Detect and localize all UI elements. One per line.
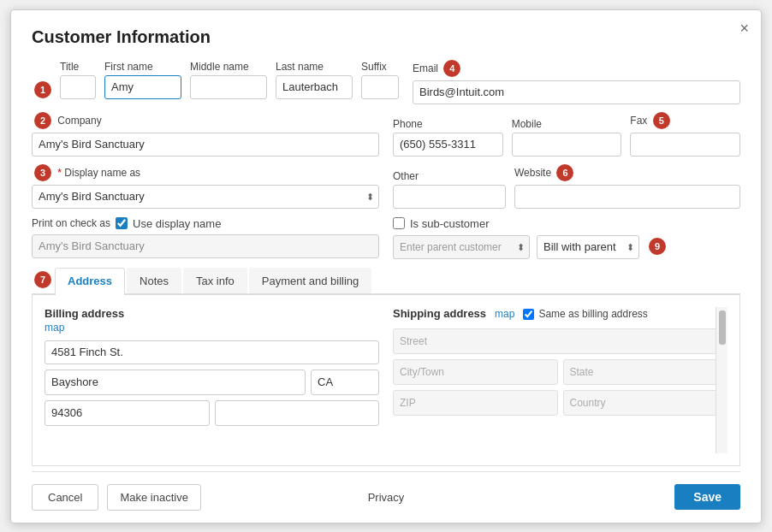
bill-with-parent-wrapper: Bill with parent	[537, 235, 639, 259]
same-as-billing-checkbox[interactable]	[523, 309, 534, 320]
label-middlename: Middle name	[190, 61, 267, 73]
privacy-link[interactable]: Privacy	[368, 491, 405, 504]
shipping-inputs: Street City/Town State ZIP Country	[393, 328, 727, 416]
label-firstname: First name	[104, 61, 181, 73]
tab-content-address: Billing address map Shipping address map	[32, 295, 740, 466]
modal-title: Customer Information	[32, 27, 740, 47]
tab-content-scrollbar[interactable]	[716, 307, 727, 453]
make-inactive-button[interactable]: Make inactive	[107, 484, 200, 511]
billing-city-input[interactable]	[45, 369, 306, 395]
billing-map-link[interactable]: map	[45, 322, 379, 334]
same-as-billing-checkbox-row: Same as billing address	[523, 308, 647, 320]
label-fax: Fax 5	[630, 113, 740, 130]
label-email: Email 4	[413, 61, 740, 78]
shipping-city-state-row: City/Town State	[393, 359, 727, 385]
sub-customer-checkbox[interactable]	[393, 217, 405, 229]
label-suffix: Suffix	[361, 61, 399, 73]
shipping-zip-country-row: ZIP Country	[393, 390, 727, 416]
parent-customer-wrapper: Enter parent customer	[393, 235, 530, 259]
modal-overlay: × Customer Information 1 Title First nam…	[0, 0, 772, 532]
phone-input[interactable]	[393, 133, 503, 157]
badge-7: 7	[34, 271, 51, 288]
footer-right: Save	[504, 484, 740, 510]
shipping-map-link[interactable]: map	[495, 308, 514, 320]
billing-city-state-row	[45, 369, 379, 395]
label-website: Website 6	[514, 165, 740, 182]
fax-input[interactable]	[630, 133, 740, 157]
bill-with-parent-select[interactable]: Bill with parent	[537, 235, 639, 259]
middlename-input[interactable]	[190, 75, 267, 99]
billing-country-input[interactable]	[215, 400, 380, 426]
badge-4: 4	[443, 60, 460, 77]
badge-5: 5	[653, 112, 670, 129]
mobile-input[interactable]	[512, 133, 622, 157]
label-title: Title	[60, 61, 96, 73]
same-as-billing-label: Same as billing address	[538, 308, 647, 320]
shipping-city-placeholder: City/Town	[393, 359, 558, 385]
badge-6: 6	[556, 164, 573, 181]
badge-3: 3	[34, 164, 51, 181]
label-displayname: 3 * Display name as	[32, 165, 379, 182]
close-button[interactable]: ×	[739, 21, 749, 36]
label-company: 2 Company	[32, 113, 379, 130]
billing-address-section: Billing address map	[45, 307, 379, 453]
sub-customer-row: Enter parent customer Bill with parent 9	[393, 235, 740, 259]
tab-notes[interactable]: Notes	[127, 268, 181, 293]
billing-street-input[interactable]	[45, 340, 379, 364]
website-input[interactable]	[514, 185, 740, 209]
footer-left: Cancel Make inactive	[32, 484, 268, 511]
label-phone: Phone	[393, 118, 503, 130]
use-displayname-label: Use display name	[133, 217, 221, 230]
company-input[interactable]	[32, 133, 379, 157]
firstname-input[interactable]	[104, 75, 181, 99]
shipping-street-placeholder: Street	[393, 328, 727, 354]
badge-9: 9	[649, 238, 666, 255]
parent-customer-select[interactable]	[393, 235, 530, 259]
shipping-state-placeholder: State	[563, 359, 728, 385]
print-on-check-input[interactable]	[32, 234, 379, 258]
tab-taxinfo[interactable]: Tax info	[183, 268, 247, 293]
sub-customer-label: Is sub-customer	[410, 217, 489, 230]
shipping-address-label: Shipping address	[393, 307, 486, 320]
tab-address[interactable]: Address	[55, 268, 125, 295]
billing-address-label: Billing address	[45, 307, 379, 320]
shipping-zip-placeholder: ZIP	[393, 390, 558, 416]
lastname-input[interactable]	[276, 75, 353, 99]
tabs-bar: 7 Address Notes Tax info Payment and bil…	[32, 268, 740, 295]
badge-1: 1	[34, 81, 51, 98]
tab-paymentbilling[interactable]: Payment and billing	[249, 268, 371, 293]
displayname-select[interactable]: Amy's Bird Sanctuary	[32, 185, 379, 209]
title-input[interactable]	[60, 75, 96, 99]
modal-footer: Cancel Make inactive Privacy Save	[32, 471, 740, 523]
label-lastname: Last name	[276, 61, 353, 73]
footer-center: Privacy	[268, 489, 504, 505]
shipping-address-section: Shipping address map Same as billing add…	[393, 307, 727, 453]
cancel-button[interactable]: Cancel	[32, 484, 98, 511]
label-mobile: Mobile	[512, 118, 622, 130]
suffix-input[interactable]	[361, 75, 399, 99]
label-other: Other	[393, 170, 506, 182]
save-button[interactable]: Save	[674, 484, 740, 510]
billing-zip-country-row	[45, 400, 379, 426]
billing-zip-input[interactable]	[45, 400, 210, 426]
other-input[interactable]	[393, 185, 506, 209]
email-input[interactable]	[413, 80, 740, 104]
use-displayname-checkbox[interactable]	[116, 217, 128, 229]
scroll-thumb	[719, 310, 726, 345]
shipping-country-placeholder: Country	[563, 390, 728, 416]
badge-2: 2	[34, 112, 51, 129]
billing-state-input[interactable]	[311, 369, 379, 395]
shipping-header: Shipping address map Same as billing add…	[393, 307, 727, 322]
customer-information-modal: × Customer Information 1 Title First nam…	[10, 9, 762, 523]
print-on-check-label: Print on check as	[32, 217, 110, 229]
